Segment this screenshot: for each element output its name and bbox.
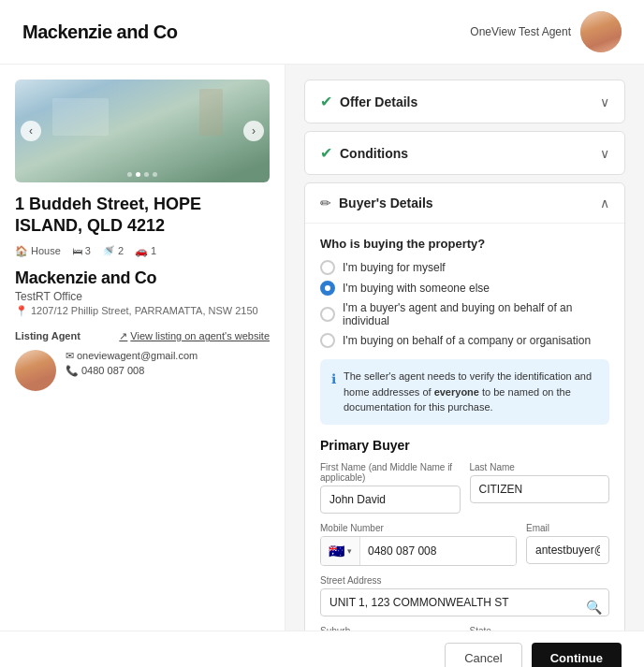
- mobile-label: Mobile Number: [320, 523, 517, 533]
- agent-name: OneView Test Agent: [470, 25, 571, 38]
- offer-details-header[interactable]: ✔ Offer Details ∨: [305, 80, 624, 123]
- view-listing-link[interactable]: ↗ View listing on agent's website: [119, 330, 270, 342]
- email-group: Email: [526, 523, 609, 566]
- agency-address: 📍 1207/12 Phillip Street, PARRAMATTA, NS…: [15, 305, 270, 317]
- buyers-details-header[interactable]: ✏ Buyer's Details ∧: [305, 183, 624, 223]
- info-box: ℹ The seller's agent needs to verify the…: [320, 359, 609, 425]
- property-image: ‹ ›: [15, 80, 270, 182]
- radio-company[interactable]: I'm buying on behalf of a company or org…: [320, 333, 609, 348]
- parking: 🚗 1: [135, 245, 156, 257]
- house-icon: 🏠: [15, 245, 28, 257]
- logo: Mackenzie and Co: [22, 22, 177, 43]
- left-panel: ‹ › 1 Buddeh Street, HOPE ISLAND, QLD 42…: [0, 65, 285, 631]
- address-search-button[interactable]: 🔍: [586, 600, 602, 615]
- first-name-input[interactable]: [320, 486, 461, 514]
- au-flag: 🇦🇺: [329, 544, 344, 558]
- agent-avatar: [15, 350, 56, 391]
- bedrooms: 🛏 3: [72, 245, 91, 256]
- property-type: 🏠 House: [15, 245, 61, 257]
- street-label: Street Address: [320, 575, 609, 586]
- agent-details: ✉ oneviewagent@gmail.com 📞 0480 087 008: [66, 350, 198, 377]
- info-icon: ℹ: [331, 370, 336, 415]
- radio-circle-someone-else: [320, 281, 335, 296]
- primary-email-input[interactable]: [526, 536, 609, 564]
- radio-circle-buyers-agent: [320, 307, 335, 322]
- bed-icon: 🛏: [72, 245, 82, 256]
- image-dots: [127, 172, 157, 177]
- radio-someone-else[interactable]: I'm buying with someone else: [320, 281, 609, 296]
- agency-name: Mackenzie and Co: [15, 268, 270, 288]
- buyers-details-label: Buyer's Details: [339, 196, 433, 210]
- info-text: The seller's agent needs to verify the i…: [344, 369, 598, 415]
- offer-chevron-icon: ∨: [600, 94, 609, 109]
- avatar: [580, 11, 622, 52]
- mobile-email-row: Mobile Number 🇦🇺 ▾ Email: [320, 523, 609, 566]
- listing-agent-row: Listing Agent ↗ View listing on agent's …: [15, 330, 270, 342]
- radio-buyers-agent[interactable]: I'm a buyer's agent and buying on behalf…: [320, 301, 609, 327]
- property-meta: 🏠 House 🛏 3 🚿 2 🚗 1: [15, 245, 270, 257]
- agent-phone: 📞 0480 087 008: [66, 365, 198, 377]
- conditions-label: Conditions: [340, 146, 408, 161]
- offer-details-label: Offer Details: [340, 94, 417, 109]
- last-name-input[interactable]: [470, 475, 610, 503]
- header: Mackenzie and Co OneView Test Agent: [0, 0, 644, 65]
- agent-card: ✉ oneviewagent@gmail.com 📞 0480 087 008: [15, 350, 270, 391]
- last-name-group: Last Name: [470, 462, 610, 514]
- street-input[interactable]: [320, 588, 609, 616]
- pencil-icon: ✏: [320, 196, 331, 210]
- mobile-group: Mobile Number 🇦🇺 ▾: [320, 523, 517, 566]
- phone-icon: 📞: [66, 365, 79, 377]
- suburb-label: Suburb: [320, 626, 461, 631]
- buyers-chevron-icon: ∧: [600, 196, 609, 210]
- flag-chevron: ▾: [347, 546, 352, 556]
- radio-myself[interactable]: I'm buying for myself: [320, 260, 609, 275]
- conditions-check-icon: ✔: [320, 144, 332, 162]
- bath-icon: 🚿: [102, 245, 115, 257]
- cancel-button[interactable]: Cancel: [445, 643, 521, 667]
- location-icon: 📍: [15, 305, 28, 317]
- external-link-icon: ↗: [119, 330, 127, 342]
- radio-circle-myself: [320, 260, 335, 275]
- suburb-group: Suburb: [320, 626, 461, 631]
- agency-office: TestRT Office: [15, 290, 270, 303]
- radio-group: I'm buying for myself I'm buying with so…: [320, 260, 609, 348]
- conditions-chevron-icon: ∨: [600, 146, 609, 161]
- offer-details-accordion: ✔ Offer Details ∨: [304, 80, 625, 123]
- suburb-state-row: Suburb State: [320, 626, 609, 631]
- continue-button[interactable]: Continue: [532, 643, 622, 667]
- prev-image-button[interactable]: ‹: [21, 121, 41, 141]
- car-icon: 🚗: [135, 245, 148, 257]
- email-label: Email: [526, 523, 609, 533]
- email-icon: ✉: [66, 350, 74, 362]
- property-address: 1 Buddeh Street, HOPE ISLAND, QLD 4212: [15, 194, 270, 238]
- primary-phone-input[interactable]: [360, 537, 516, 565]
- buyers-details-accordion: ✏ Buyer's Details ∧ Who is buying the pr…: [304, 182, 625, 631]
- first-name-label: First Name (and Middle Name if applicabl…: [320, 462, 461, 483]
- primary-buyer-title: Primary Buyer: [320, 438, 609, 453]
- footer-actions: Cancel Continue: [0, 631, 644, 667]
- offer-check-icon: ✔: [320, 93, 332, 110]
- last-name-label: Last Name: [470, 462, 610, 472]
- flag-selector[interactable]: 🇦🇺 ▾: [321, 537, 360, 565]
- buyers-details-content: Who is buying the property? I'm buying f…: [305, 223, 624, 631]
- bathrooms: 🚿 2: [102, 245, 124, 257]
- next-image-button[interactable]: ›: [243, 121, 264, 141]
- first-name-group: First Name (and Middle Name if applicabl…: [320, 462, 461, 514]
- who-buying-question: Who is buying the property?: [320, 237, 609, 251]
- listing-agent-label: Listing Agent: [15, 330, 80, 341]
- state-group: State: [470, 626, 610, 631]
- phone-input-group: 🇦🇺 ▾: [320, 536, 517, 566]
- conditions-accordion: ✔ Conditions ∨: [304, 131, 625, 175]
- agent-email: ✉ oneviewagent@gmail.com: [66, 350, 198, 362]
- street-address-group: Street Address 🔍: [320, 575, 609, 616]
- radio-circle-company: [320, 333, 335, 348]
- state-label: State: [470, 626, 610, 631]
- right-panel: ✔ Offer Details ∨ ✔ Conditions ∨ ✏ Buy: [285, 65, 644, 631]
- header-right: OneView Test Agent: [470, 11, 622, 52]
- conditions-header[interactable]: ✔ Conditions ∨: [305, 132, 624, 174]
- name-row: First Name (and Middle Name if applicabl…: [320, 462, 609, 514]
